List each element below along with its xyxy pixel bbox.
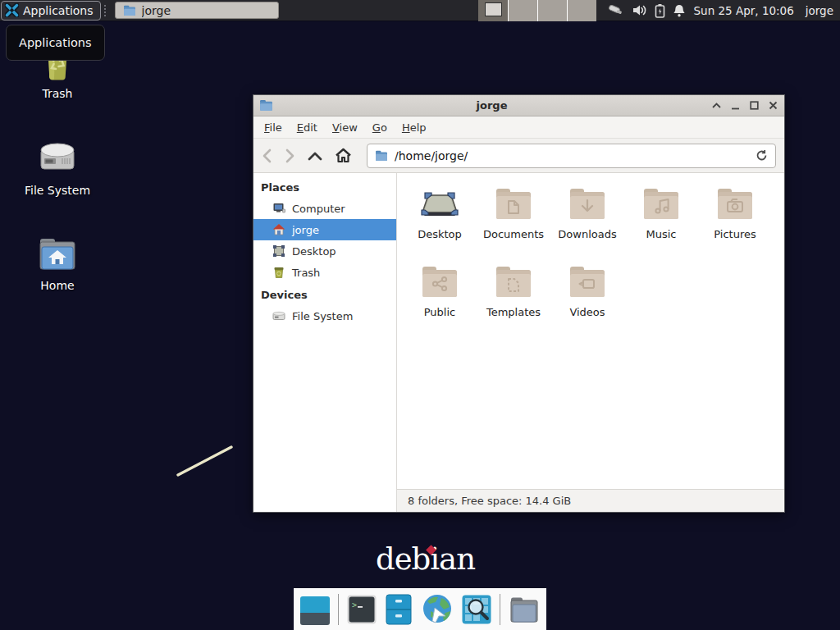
computer-icon [272,202,285,215]
panel-username[interactable]: jorge [806,4,833,17]
folder-icon [123,5,136,16]
sidebar-item-label: Trash [292,267,320,279]
window-titlebar[interactable]: jorge [253,95,784,116]
desktop-icon-label: Home [40,279,74,292]
sidebar-item-label: Desktop [292,245,336,258]
workspace-3[interactable] [537,0,567,21]
sidebar-header-places: Places [253,176,396,198]
desktop-root: { "colors": { "desktop_bg": "#0e0e24", "… [0,0,840,630]
sidebar-item-file-system[interactable]: File System [253,305,396,326]
menu-help[interactable]: Help [402,121,427,134]
sidebar-item-label: jorge [292,224,319,236]
web-browser-icon[interactable] [421,593,454,626]
workspace-switcher [478,0,596,21]
file-label: Pictures [714,228,756,240]
desktop-icon-file-system[interactable]: File System [15,136,100,197]
sidebar-item-desktop[interactable]: Desktop [253,240,396,262]
applications-tooltip: Applications [6,25,105,61]
workspace-4[interactable] [567,0,596,21]
home-button[interactable] [335,148,352,163]
desktop-icon [272,244,285,258]
menu-go[interactable]: Go [372,121,387,134]
sidebar-item-computer[interactable]: Computer [253,198,396,219]
system-tray [606,3,686,18]
taskbar-item-label: jorge [142,4,171,17]
sidebar-item-trash[interactable]: Trash [253,262,396,283]
menu-view[interactable]: View [332,121,358,134]
applications-tooltip-text: Applications [19,36,92,49]
file-item-public[interactable]: Public [403,261,477,339]
menubar: File Edit View Go Help [253,116,784,139]
sidebar: Places Computer [253,173,397,512]
workspace-window-thumbnail [485,2,502,16]
statusbar-text: 8 folders, Free space: 14.4 GiB [408,495,571,507]
shade-button[interactable] [710,100,722,112]
file-label: Public [424,306,455,318]
file-grid: Desktop Documents [397,173,784,489]
terminal-icon[interactable]: > [346,593,377,626]
debian-logo-text: debian [376,541,475,577]
svg-text:>: > [352,600,357,609]
window-folder-icon [259,99,273,112]
screen-artifact-line [172,441,246,484]
show-desktop-icon[interactable] [299,593,331,626]
sidebar-item-label: Computer [292,203,345,215]
music-folder-icon [641,185,681,221]
path-folder-icon [375,150,388,162]
file-manager-icon[interactable] [385,593,413,626]
panel-clock[interactable]: Sun 25 Apr, 10:06 [694,4,794,17]
path-input[interactable]: /home/jorge/ [395,149,749,162]
close-button[interactable] [767,100,778,112]
main-column: Desktop Documents [397,173,784,512]
dock-separator [338,594,339,625]
menu-edit[interactable]: Edit [297,121,317,134]
forward-button[interactable] [285,148,295,163]
file-label: Templates [486,306,541,318]
volume-icon[interactable] [632,3,647,17]
notifications-icon[interactable] [673,3,686,18]
desktop-icon-label: Trash [43,87,73,100]
file-manager-window: jorge File Edit View Go Help [253,94,785,513]
file-label: Documents [483,228,544,240]
file-item-music[interactable]: Music [624,183,698,261]
reload-icon[interactable] [756,149,768,162]
file-item-desktop[interactable]: Desktop [403,183,477,261]
templates-folder-icon [494,263,533,299]
maximize-button[interactable] [748,100,760,112]
input-tool-icon[interactable] [606,3,624,18]
top-panel: Applications jorge [0,0,840,21]
path-bar[interactable]: /home/jorge/ [367,144,776,168]
panel-grip-handle[interactable] [104,5,111,16]
up-button[interactable] [308,151,322,161]
back-button[interactable] [262,148,272,163]
xfce-x-icon [5,3,19,17]
desktop-icon-home[interactable]: Home [15,235,100,292]
window-body: Places Computer [253,173,784,512]
sidebar-item-jorge[interactable]: jorge [253,219,396,240]
applications-menu-button[interactable]: Applications [1,1,101,21]
minimize-button[interactable] [729,100,741,112]
file-item-videos[interactable]: Videos [550,261,624,339]
file-item-pictures[interactable]: Pictures [698,183,772,261]
debian-logo: debian [376,541,475,577]
application-finder-icon[interactable] [461,593,492,626]
file-item-templates[interactable]: Templates [477,261,550,339]
file-item-documents[interactable]: Documents [477,183,550,261]
home-folder-icon [36,235,79,274]
dock-separator [500,594,500,625]
desktop-icon-label: File System [25,184,90,197]
sidebar-item-label: File System [292,310,353,322]
public-folder-icon [420,263,459,299]
workspace-2[interactable] [508,0,537,21]
workspace-1-active[interactable] [478,0,508,21]
directory-menu-icon[interactable] [508,593,541,626]
battery-icon[interactable] [655,3,665,18]
pictures-folder-icon [715,185,755,221]
statusbar: 8 folders, Free space: 14.4 GiB [397,489,784,512]
file-item-downloads[interactable]: Downloads [550,183,624,261]
toolbar: /home/jorge/ [253,139,784,173]
taskbar-item-jorge[interactable]: jorge [115,2,279,19]
window-title: jorge [278,99,705,112]
file-label: Downloads [558,228,616,240]
menu-file[interactable]: File [264,121,282,134]
